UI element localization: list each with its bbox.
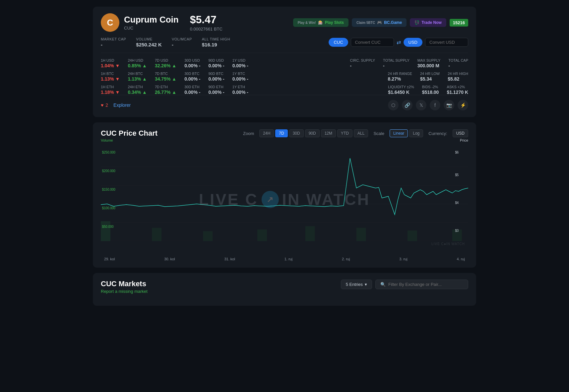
coin-logo-icon: C (101, 13, 119, 32)
svg-text:$4: $4 (455, 201, 459, 205)
metrics-row-1-right: CIRC. SUPPLY - TOTAL SUPPLY - MAX SUPPLY… (350, 58, 468, 68)
volume-value: $250.242 K (136, 42, 162, 47)
heart-count: 2 (105, 102, 108, 108)
x-label-2: 30. kol (164, 257, 175, 261)
play-slots-prefix: Play & Win! (298, 21, 316, 25)
coin-symbol: CUC (124, 26, 179, 31)
metric-90d-btc: 90D BTC 0.00% - (208, 72, 224, 82)
play-slots-icon: 🎰 (318, 20, 323, 25)
chevron-down-icon: ▾ (365, 282, 367, 287)
svg-text:$6: $6 (455, 151, 459, 154)
metrics-row-2-right: 24 HR RANGE 8.27% 24 HR LOW $5.34 24 HR … (388, 72, 468, 82)
usd-pill[interactable]: USD (404, 38, 422, 47)
metric-24h-usd: 24H USD 0.85% ▲ (128, 58, 147, 68)
x-label-1: 29. kol (104, 257, 115, 261)
twitter-icon[interactable]: 𝕏 (416, 100, 426, 110)
metric-24h-eth: 24H ETH 0.34% ▲ (128, 85, 147, 95)
svg-text:$5: $5 (455, 173, 459, 177)
convert-arrows-icon: ⇄ (397, 39, 401, 45)
metrics-row-1-left: 1H USD 1.04% ▼ 24H USD 0.85% ▲ 7D USD 32… (101, 58, 248, 68)
currency-usd-button[interactable]: USD (453, 129, 468, 137)
svg-text:$200.000: $200.000 (102, 169, 116, 173)
svg-rect-7 (101, 221, 110, 241)
svg-rect-9 (203, 231, 213, 241)
metric-24hr-low: 24 HR LOW $5.34 (420, 72, 440, 82)
blockchain-icon[interactable]: ⬡ (388, 100, 399, 110)
svg-text:$150.000: $150.000 (102, 188, 116, 191)
markets-controls: 5 Entries ▾ 🔍 (341, 280, 468, 289)
vol-mcap-stat: VOL/MCAP - (172, 37, 192, 47)
market-cap-label: MARKET CAP (101, 37, 126, 41)
scale-log[interactable]: Log (409, 129, 423, 137)
entries-label: 5 Entries (346, 282, 363, 287)
coin-btc-price: 0.00027661 BTC (190, 27, 222, 32)
metric-7d-btc: 7D BTC 34.75% ▲ (155, 72, 176, 82)
price-chart-svg: $250.000 $200.000 $150.000 $100.000 $50.… (101, 148, 468, 241)
usd-convert-input[interactable] (425, 38, 468, 47)
zoom-90d[interactable]: 90D (305, 129, 320, 137)
all-time-high-stat: ALL TIME HIGH $16.19 (202, 37, 230, 47)
convert-section: CUC ⇄ USD (329, 38, 468, 47)
social-icons: ⬡ 🔗 𝕏 f 📷 ⚡ (388, 100, 468, 110)
scale-linear[interactable]: Linear (390, 129, 408, 137)
coin-header: C Cuprum Coin CUC $5.47 0.00027661 BTC P… (101, 13, 468, 32)
vol-mcap-label: VOL/MCAP (172, 37, 192, 41)
x-label-5: 2. ruj (342, 257, 350, 261)
card-footer: ♥ 2 Explorer ⬡ 🔗 𝕏 f 📷 ⚡ (101, 95, 468, 110)
explorer-link[interactable]: Explorer (113, 102, 131, 108)
facebook-icon[interactable]: f (430, 100, 440, 110)
metric-1h-btc: 1H BTC 1.13% ▼ (101, 72, 120, 82)
metrics-container: 1H USD 1.04% ▼ 24H USD 0.85% ▲ 7D USD 32… (101, 58, 468, 95)
stats-row: MARKET CAP - VOLUME $250.242 K VOL/MCAP … (101, 37, 468, 53)
cuc-convert-input[interactable] (351, 38, 394, 47)
svg-rect-8 (152, 228, 161, 241)
metrics-row-2: 1H BTC 1.13% ▼ 24H BTC 1.13% ▲ 7D BTC 34… (101, 72, 468, 82)
zoom-12m[interactable]: 12M (321, 129, 336, 137)
svg-text:$3: $3 (455, 229, 459, 232)
zoom-24h[interactable]: 24H (259, 129, 274, 137)
x-label-4: 1. ruj (284, 257, 292, 261)
link-icon[interactable]: 🔗 (402, 100, 412, 110)
metric-total-cap: TOTAL CAP - (448, 58, 468, 68)
metric-90d-usd: 90D USD 0.00% - (208, 58, 224, 68)
ath-value: $16.19 (202, 42, 230, 47)
play-slots-button[interactable]: Play & Win! 🎰 Play Slots (293, 18, 348, 27)
coin-price: $5.47 (190, 14, 222, 26)
cuc-pill[interactable]: CUC (329, 38, 348, 47)
metric-24hr-high: 24 HR HIGH $5.82 (448, 72, 468, 82)
play-slots-label: Play Slots (325, 20, 344, 25)
entries-button[interactable]: 5 Entries ▾ (341, 280, 372, 289)
report-missing-market-link[interactable]: Report a missing market (101, 289, 148, 294)
market-cap-stat: MARKET CAP - (101, 37, 126, 47)
heart-icon: ♥ (101, 102, 103, 108)
volume-label: VOLUME (136, 37, 162, 41)
x-label-6: 3. ruj (399, 257, 407, 261)
metrics-row-3-left: 1H ETH 1.18% ▼ 24H ETH 0.34% ▲ 7D ETH 26… (101, 85, 248, 95)
scale-label: Scale (373, 131, 384, 136)
svg-text:C: C (107, 18, 113, 28)
vol-mcap-value: - (172, 42, 192, 47)
filter-input-container[interactable]: 🔍 (375, 280, 468, 289)
metric-90d-eth: 90D ETH 0.00% - (208, 85, 224, 95)
svg-rect-10 (257, 229, 267, 241)
zoom-7d[interactable]: 7D (275, 129, 287, 137)
metrics-row-1: 1H USD 1.04% ▼ 24H USD 0.85% ▲ 7D USD 32… (101, 58, 468, 68)
trade-now-button[interactable]: 💱 Trade Now (410, 18, 446, 27)
coin-card: C Cuprum Coin CUC $5.47 0.00027661 BTC P… (93, 7, 476, 117)
metric-liquidity: LIQUIDITY ±2% $1.6450 K (388, 85, 414, 95)
markets-header: CUC Markets Report a missing market 5 En… (101, 280, 468, 294)
bc-game-button[interactable]: Claim 5BTC 🎮 BC.Game (352, 18, 407, 27)
svg-text:$250.000: $250.000 (102, 151, 116, 154)
volume-axis-label: Volume (101, 138, 113, 142)
chart-container: Volume Price (101, 143, 468, 256)
instagram-icon[interactable]: 📷 (444, 100, 454, 110)
discord-icon[interactable]: ⚡ (458, 100, 468, 110)
heart-button[interactable]: ♥ 2 (101, 102, 108, 108)
metric-max-supply: MAX SUPPLY 300.000 M (417, 58, 441, 68)
filter-exchange-input[interactable] (388, 282, 463, 287)
volume-stat: VOLUME $250.242 K (136, 37, 162, 47)
zoom-all[interactable]: ALL (354, 129, 368, 137)
currency-label: Currency: (428, 131, 447, 136)
zoom-ytd[interactable]: YTD (337, 129, 352, 137)
zoom-30d[interactable]: 30D (289, 129, 304, 137)
